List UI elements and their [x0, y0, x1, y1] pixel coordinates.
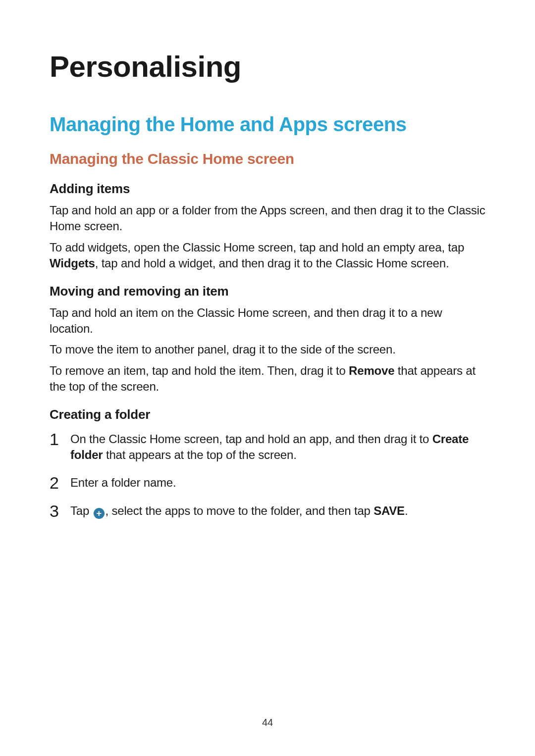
bold-text-save: SAVE [374, 504, 405, 517]
topic-heading-adding-items: Adding items [50, 181, 485, 197]
paragraph: Tap and hold an item on the Classic Home… [50, 305, 485, 337]
text-run: Tap [70, 504, 93, 517]
bold-text-widgets: Widgets [50, 256, 95, 270]
text-run: , select the apps to move to the folder,… [106, 504, 374, 517]
text-run: On the Classic Home screen, tap and hold… [70, 432, 432, 446]
section-heading: Managing the Home and Apps screens [50, 113, 485, 136]
numbered-steps: On the Classic Home screen, tap and hold… [50, 431, 485, 519]
add-icon: + [94, 508, 105, 519]
text-run: . [405, 504, 408, 517]
page-number: 44 [0, 717, 535, 728]
text-run: , tap and hold a widget, and then drag i… [95, 256, 449, 270]
paragraph: To move the item to another panel, drag … [50, 342, 485, 357]
paragraph: To add widgets, open the Classic Home sc… [50, 240, 485, 272]
step-1: On the Classic Home screen, tap and hold… [50, 431, 485, 463]
paragraph: To remove an item, tap and hold the item… [50, 363, 485, 395]
paragraph: Tap and hold an app or a folder from the… [50, 202, 485, 235]
topic-heading-creating-folder: Creating a folder [50, 407, 485, 422]
document-page: Personalising Managing the Home and Apps… [0, 0, 535, 519]
text-run: To remove an item, tap and hold the item… [50, 364, 349, 377]
subsection-heading: Managing the Classic Home screen [50, 151, 485, 167]
text-run: To add widgets, open the Classic Home sc… [50, 241, 464, 254]
step-2: Enter a folder name. [50, 475, 485, 491]
text-run: Enter a folder name. [70, 476, 176, 489]
bold-text-remove: Remove [349, 364, 394, 377]
step-3: Tap +, select the apps to move to the fo… [50, 503, 485, 519]
text-run: that appears at the top of the screen. [103, 448, 296, 461]
page-title: Personalising [50, 50, 485, 84]
topic-heading-moving-removing: Moving and removing an item [50, 284, 485, 299]
